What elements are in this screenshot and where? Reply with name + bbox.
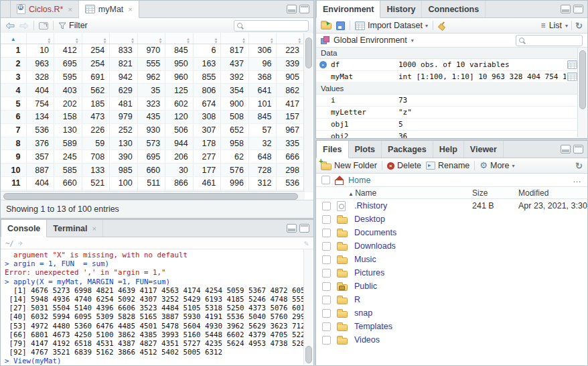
file-checkbox[interactable] [322, 336, 331, 345]
save-workspace-icon[interactable] [336, 21, 345, 30]
delete-button[interactable]: × Delete [387, 161, 421, 170]
file-checkbox[interactable] [322, 242, 331, 251]
viewer-search-input[interactable] [245, 21, 305, 30]
file-checkbox[interactable] [322, 229, 331, 237]
environment-scrollbar[interactable] [577, 48, 587, 137]
environment-object-row[interactable]: myLetter"z" [316, 107, 579, 119]
forward-icon[interactable] [19, 22, 29, 29]
column-sort-button[interactable]: ▴▾ [54, 33, 82, 44]
column-sort-button[interactable]: ▴▾ [221, 33, 249, 44]
scroll-thumb[interactable] [579, 50, 586, 109]
maximize-pane-icon[interactable] [573, 145, 583, 154]
filter-button[interactable]: Filter [58, 21, 88, 30]
file-name-link[interactable]: snap [354, 308, 372, 318]
column-sort-button[interactable]: ▴▾ [137, 33, 165, 44]
scroll-thumb[interactable] [3, 193, 298, 200]
scroll-thumb[interactable] [305, 38, 312, 68]
column-sort-button[interactable]: ▴▾ [165, 33, 194, 44]
column-sort-button[interactable]: ▴▾ [277, 33, 305, 44]
expand-object-icon[interactable]: ▸ [319, 61, 327, 68]
file-name-link[interactable]: Music [354, 255, 376, 264]
refresh-icon[interactable]: ↻ [575, 161, 583, 171]
file-name-link[interactable]: R [354, 295, 360, 304]
viewer-search[interactable] [234, 20, 309, 32]
size-column-header[interactable]: Size [472, 188, 488, 198]
modified-column-header[interactable]: Modified [518, 188, 548, 198]
file-name-link[interactable]: Documents [354, 228, 396, 237]
rename-button[interactable]: Rename [426, 161, 469, 170]
clear-console-icon[interactable]: ✎ [304, 239, 309, 248]
load-workspace-button[interactable] [321, 20, 332, 32]
clear-objects-icon[interactable] [438, 21, 446, 29]
tab-plots[interactable]: Plots [349, 141, 382, 158]
tab-console[interactable]: Console [1, 220, 47, 237]
file-checkbox[interactable] [322, 202, 331, 210]
file-name-link[interactable]: Videos [354, 335, 380, 345]
file-name-link[interactable]: Desktop [354, 215, 385, 224]
maximize-pane-icon[interactable] [299, 224, 309, 233]
maximize-pane-icon[interactable] [299, 5, 309, 13]
tab-history[interactable]: History [380, 1, 422, 17]
column-sort-button[interactable]: ▴▾ [248, 33, 277, 44]
path-options-icon[interactable]: … [573, 174, 582, 184]
open-in-viewer-icon[interactable] [567, 72, 577, 81]
more-button[interactable]: ⚙ More ▾ [480, 161, 514, 170]
maximize-pane-icon[interactable] [573, 5, 583, 13]
refresh-icon[interactable]: ↻ [575, 21, 583, 31]
file-name-link[interactable]: Templates [354, 322, 392, 331]
tab-ciclos-r[interactable]: Ciclos.R* × [10, 1, 79, 17]
column-sort-button[interactable]: ▴▾ [193, 33, 221, 44]
file-checkbox[interactable] [322, 296, 331, 304]
tab-files[interactable]: Files [316, 141, 349, 158]
open-in-viewer-icon[interactable] [567, 60, 577, 69]
column-sort-button[interactable]: ▴▾ [110, 33, 138, 44]
minimize-pane-icon[interactable] [561, 5, 571, 13]
viewer-vertical-scrollbar[interactable] [303, 33, 313, 192]
file-checkbox[interactable] [322, 255, 331, 264]
tab-environment[interactable]: Environment [316, 1, 380, 18]
column-sort-button[interactable]: ▴▾ [82, 33, 110, 44]
minimize-pane-icon[interactable] [561, 145, 571, 154]
file-name-link[interactable]: Public [354, 282, 377, 291]
breadcrumb[interactable]: Home [348, 176, 370, 185]
tab-terminal[interactable]: Terminal × [47, 220, 103, 237]
environment-object-row[interactable]: i73 [316, 95, 579, 107]
environment-object-row[interactable]: obj15 [316, 119, 579, 131]
file-checkbox[interactable] [322, 322, 331, 331]
environment-object-row[interactable]: ▸df1000 obs. of 10 variables [316, 59, 579, 71]
new-folder-button[interactable]: New Folder [321, 161, 377, 170]
minimize-pane-icon[interactable] [287, 224, 297, 233]
name-column-header[interactable]: ▲ Name [348, 188, 376, 198]
file-name-link[interactable]: Pictures [354, 268, 384, 278]
column-sort-button[interactable]: ▴▾ [26, 33, 54, 44]
environment-search-input[interactable] [527, 36, 579, 45]
select-all-checkbox[interactable] [321, 176, 330, 184]
file-name-link[interactable]: Downloads [354, 241, 396, 251]
tab-connections[interactable]: Connections [422, 1, 486, 17]
import-dataset-button[interactable]: Import Dataset ▾ [355, 21, 428, 30]
file-checkbox[interactable] [322, 309, 331, 318]
close-icon[interactable]: × [128, 5, 132, 13]
scope-selector[interactable]: Global Environment [334, 36, 407, 45]
file-checkbox[interactable] [322, 215, 331, 224]
close-icon[interactable]: × [92, 225, 96, 233]
row-number-sort-button[interactable]: ▲ [1, 33, 26, 44]
console-output[interactable]: argument "X" is missing, with no default… [1, 249, 307, 365]
tab-packages[interactable]: Packages [382, 141, 433, 158]
viewer-horizontal-scrollbar[interactable] [1, 191, 305, 200]
scroll-thumb[interactable] [305, 346, 312, 363]
file-name-link[interactable]: .Rhistory [354, 201, 387, 210]
close-icon[interactable]: × [68, 5, 72, 13]
file-checkbox[interactable] [322, 282, 331, 291]
open-in-new-window-icon[interactable] [39, 22, 48, 29]
tab-mymat[interactable]: myMat × [79, 1, 139, 18]
tab-help[interactable]: Help [433, 141, 464, 158]
minimize-pane-icon[interactable] [287, 5, 297, 13]
tab-viewer[interactable]: Viewer [464, 141, 504, 158]
list-view-label[interactable]: List [549, 21, 562, 30]
goto-directory-icon[interactable] [17, 241, 23, 246]
chevron-down-icon[interactable]: ▾ [565, 23, 568, 29]
environment-search[interactable] [516, 35, 583, 46]
console-scrollbar[interactable] [303, 249, 313, 365]
chevron-down-icon[interactable]: ▾ [411, 38, 414, 44]
